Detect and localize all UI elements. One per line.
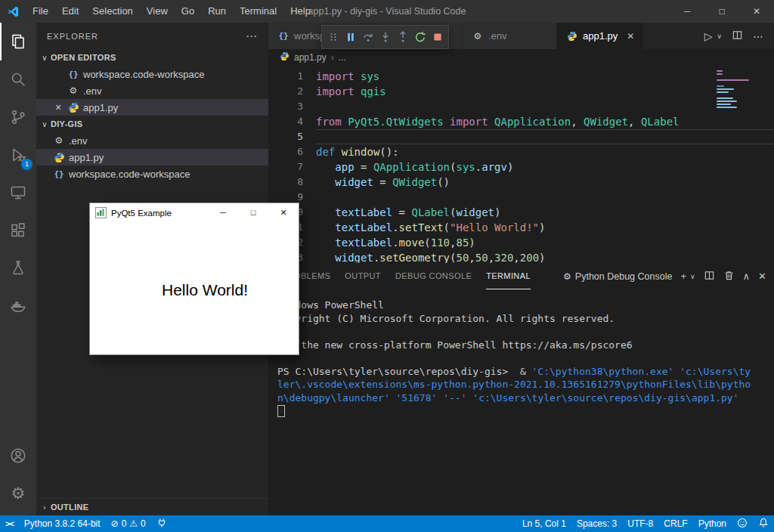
step-into-button[interactable] <box>376 28 394 46</box>
minimap[interactable] <box>717 70 765 110</box>
restart-button[interactable] <box>411 28 429 46</box>
terminal-output[interactable]: Windows PowerShellCopyright (C) Microsof… <box>268 289 774 418</box>
status-remote[interactable]: >< <box>0 515 19 532</box>
new-terminal-button[interactable]: + <box>680 271 686 282</box>
file-item-env[interactable]: ⚙.env <box>36 132 268 149</box>
minimize-button[interactable]: ─ <box>670 0 704 23</box>
gear-file-icon: ⚙ <box>53 135 65 146</box>
activity-bar-top: 1 <box>0 23 36 325</box>
breadcrumb-file[interactable]: app1.py <box>294 52 327 63</box>
breadcrumb[interactable]: app1.py › ... <box>268 49 774 66</box>
run-dropdown-icon[interactable]: ∨ <box>717 32 722 40</box>
panel-tab-debug-console[interactable]: DEBUG CONSOLE <box>395 263 472 289</box>
panel-tab-terminal[interactable]: TERMINAL <box>486 263 531 289</box>
menu-edit[interactable]: Edit <box>55 0 85 23</box>
pyqt-title-bar[interactable]: PyQt5 Example ─ □ ✕ <box>90 203 299 222</box>
python-file-icon <box>280 51 289 63</box>
code-line-8: 8 widget = QWidget() <box>268 175 774 190</box>
file-item-workspace-code-workspace[interactable]: {}workspace.code-workspace <box>36 66 268 82</box>
menu-terminal[interactable]: Terminal <box>233 0 283 23</box>
pyqt-close-button[interactable]: ✕ <box>268 203 299 222</box>
split-editor-icon[interactable] <box>732 29 743 43</box>
maximize-panel-icon[interactable]: ∧ <box>743 271 751 282</box>
braces-file-icon: {} <box>277 31 289 41</box>
folder-header[interactable]: ∨ DIY-GIS <box>36 116 268 132</box>
docker-icon <box>9 297 27 315</box>
file-item-app1-py[interactable]: ✕app1.py <box>36 99 268 116</box>
code-text <box>316 99 774 114</box>
file-item-workspace-code-workspace[interactable]: {}workspace.code-workspace <box>36 165 268 182</box>
remote-icon: >< <box>5 519 14 528</box>
breadcrumb-more[interactable]: ... <box>339 52 346 63</box>
split-terminal-icon[interactable] <box>704 270 715 283</box>
activitybar-item-explorer[interactable] <box>0 23 36 60</box>
tab-app1-py[interactable]: app1.py✕ <box>557 23 644 49</box>
status-cursor-position[interactable]: Ln 5, Col 1 <box>517 515 571 532</box>
terminal-dropdown-icon[interactable]: ∨ <box>690 273 695 280</box>
editor-more-actions-icon[interactable]: ⋯ <box>753 30 763 42</box>
warnings-count: 0 <box>141 518 146 529</box>
activitybar-item-docker[interactable] <box>0 287 36 325</box>
status-indentation[interactable]: Spaces: 3 <box>571 515 622 532</box>
maximize-button[interactable]: □ <box>704 0 739 23</box>
terminal-line <box>277 325 774 339</box>
file-item-app1-py[interactable]: app1.py <box>36 149 268 165</box>
status-encoding[interactable]: UTF-8 <box>622 515 658 532</box>
activitybar-item-source-control[interactable] <box>0 98 36 136</box>
code-editor[interactable]: 1import sys2import qgis34from PyQt5.QtWi… <box>268 66 774 266</box>
file-label: app1.py <box>83 102 118 113</box>
panel-header: PROBLEMSOUTPUTDEBUG CONSOLETERMINAL ⚙ Py… <box>268 263 774 289</box>
stop-button[interactable] <box>429 28 446 46</box>
tab-env[interactable]: ⚙.env <box>463 23 557 49</box>
pyqt-maximize-button[interactable]: □ <box>238 203 268 222</box>
line-number: 7 <box>268 159 316 175</box>
terminal-cursor-line <box>277 404 774 418</box>
close-panel-icon[interactable]: ✕ <box>758 271 766 282</box>
activitybar-item-account[interactable] <box>0 437 36 475</box>
status-feedback[interactable] <box>732 515 753 532</box>
close-icon[interactable]: ✕ <box>53 103 63 113</box>
tab-close-icon[interactable]: ✕ <box>627 31 634 42</box>
status-problems[interactable]: ⊘0⚠0 <box>106 515 151 532</box>
chevron-down-icon: ∨ <box>39 54 51 62</box>
status-interpreter[interactable]: Python 3.8.2 64-bit <box>19 515 106 532</box>
activitybar-item-settings[interactable]: ⚙ <box>0 475 36 512</box>
terminal-selector[interactable]: ⚙ Python Debug Console <box>563 271 672 282</box>
activitybar-item-search[interactable] <box>0 60 36 98</box>
panel-tab-output[interactable]: OUTPUT <box>345 263 381 289</box>
terminal-line: Windows PowerShell <box>277 298 774 312</box>
menu-go[interactable]: Go <box>175 0 201 23</box>
step-out-button[interactable] <box>394 28 411 46</box>
close-button[interactable]: ✕ <box>739 0 774 23</box>
kill-terminal-icon[interactable] <box>723 270 735 283</box>
terminal-cursor <box>277 405 285 417</box>
menu-view[interactable]: View <box>140 0 175 23</box>
drag-handle-icon[interactable] <box>324 28 342 46</box>
status-language[interactable]: Python <box>693 515 732 532</box>
status-plug[interactable] <box>151 515 172 532</box>
errors-icon: ⊘ <box>111 518 119 529</box>
pyqt-minimize-button[interactable]: ─ <box>208 203 238 222</box>
activitybar-item-extensions[interactable] <box>0 212 36 249</box>
code-text: from PyQt5.QtWidgets import QApplication… <box>316 114 774 129</box>
run-button[interactable]: ▷ <box>704 30 713 42</box>
activitybar-item-remote-explorer[interactable] <box>0 174 36 212</box>
explorer-more-actions-icon[interactable]: ⋯ <box>246 29 258 43</box>
status-eol[interactable]: CRLF <box>658 515 692 532</box>
open-editors-header[interactable]: ∨ OPEN EDITORS <box>36 49 268 66</box>
step-over-button[interactable] <box>359 28 376 46</box>
activitybar-item-testing[interactable] <box>0 249 36 287</box>
editor-actions: ▷ ∨ ⋯ <box>704 23 774 49</box>
menu-file[interactable]: File <box>26 0 55 23</box>
status-bell[interactable] <box>753 515 774 532</box>
chevron-right-icon: › <box>39 503 51 512</box>
pause-button[interactable] <box>342 28 359 46</box>
open-editors-list: {}workspace.code-workspace⚙.env✕app1.py <box>36 66 268 116</box>
menu-selection[interactable]: Selection <box>85 0 139 23</box>
menu-run[interactable]: Run <box>201 0 233 23</box>
file-label: app1.py <box>69 152 104 163</box>
gear-file-icon: ⚙ <box>67 85 79 96</box>
outline-header[interactable]: › OUTLINE <box>36 498 268 515</box>
activitybar-item-run-and-debug[interactable]: 1 <box>0 136 36 174</box>
file-item-env[interactable]: ⚙.env <box>36 82 268 99</box>
